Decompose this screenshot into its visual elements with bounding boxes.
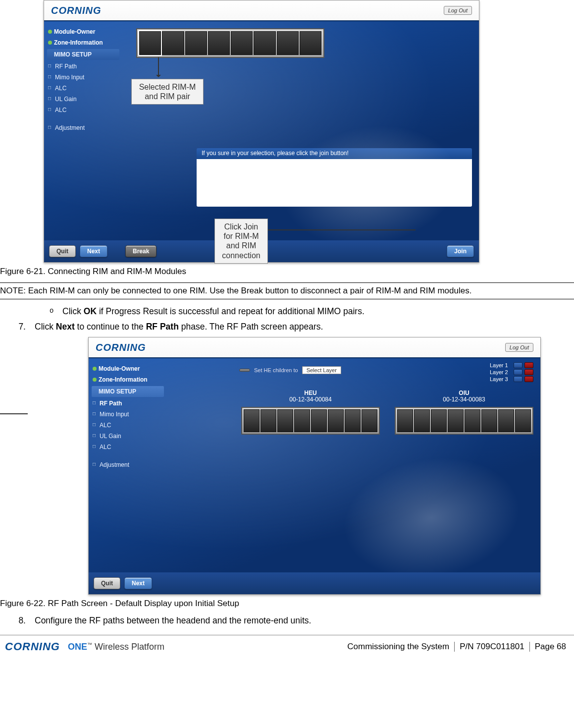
sidebar-zone-information[interactable]: Zone-Information xyxy=(47,37,119,48)
brand-logo: CORNING xyxy=(51,5,101,16)
quit-button[interactable]: Quit xyxy=(49,245,76,257)
separator-icon xyxy=(454,642,455,652)
footer-left: CORNING ONE™ Wireless Platform xyxy=(5,640,164,653)
chassis-slot[interactable] xyxy=(515,409,531,432)
unit-name: OIU xyxy=(459,390,469,396)
unit-id: 00-12-34-00083 xyxy=(443,396,485,403)
step-text: Configure the RF paths between the heade… xyxy=(35,616,311,626)
chassis-slot[interactable] xyxy=(397,409,413,432)
callout-line: for RIM-M xyxy=(223,232,259,240)
chassis-slot[interactable] xyxy=(448,409,464,432)
logout-button[interactable]: Log Out xyxy=(444,6,472,15)
bullet-marker: o xyxy=(46,306,53,317)
confirm-body xyxy=(197,159,472,207)
next-button[interactable]: Next xyxy=(80,245,107,257)
led-icon xyxy=(514,369,522,375)
chassis-slot[interactable] xyxy=(244,409,260,432)
chassis-slot[interactable] xyxy=(414,409,430,432)
layer-label: Layer 3 xyxy=(490,376,512,382)
callout-line: Selected RIM-M xyxy=(139,83,196,91)
topbar-label: Set HE children to xyxy=(254,367,298,373)
step-8: 8. Configure the RF paths between the he… xyxy=(18,616,574,626)
chassis-slot[interactable] xyxy=(185,31,207,55)
callout-line: Click Join xyxy=(224,223,258,231)
topbar: Set HE children to Select Layer xyxy=(239,364,533,376)
main-area: Set HE children to Select Layer Layer 1 … xyxy=(167,358,540,572)
chassis-slot[interactable] xyxy=(498,409,514,432)
layer-select[interactable]: Select Layer xyxy=(302,366,341,374)
sidebar-mimo-setup[interactable]: MIMO SETUP xyxy=(47,49,119,60)
chassis-oiu xyxy=(395,407,533,435)
figure-6-22: RF Path phase CORNING Log Out Module-Own… xyxy=(0,337,574,595)
break-button[interactable]: Break xyxy=(125,245,157,257)
sidebar-alc[interactable]: ALC xyxy=(47,83,119,94)
step-o-block: o Click OK if Progress Result is success… xyxy=(0,306,574,317)
next-button[interactable]: Next xyxy=(124,577,152,589)
layer-label: Layer 2 xyxy=(490,369,512,375)
chassis-slot[interactable] xyxy=(208,31,230,55)
sidebar-mimo-setup[interactable]: MIMO SETUP xyxy=(92,386,164,397)
step-number: 8. xyxy=(18,616,26,626)
sidebar-alc[interactable]: ALC xyxy=(92,420,164,431)
chassis-slot[interactable] xyxy=(345,409,361,432)
layer-label: Layer 1 xyxy=(490,362,512,368)
figure-caption-2: Figure 6-22. RF Path Screen - Default Di… xyxy=(0,599,574,609)
separator-icon xyxy=(529,642,530,652)
unit-id: 00-12-34-00084 xyxy=(289,396,331,403)
logout-button[interactable]: Log Out xyxy=(505,343,533,352)
brand-logo: CORNING xyxy=(96,342,146,353)
app-screenshot-1: CORNING Log Out Module-Owner Zone-Inform… xyxy=(44,0,479,263)
sidebar-ul-gain[interactable]: UL Gain xyxy=(47,94,119,105)
sidebar-rf-path[interactable]: RF Path xyxy=(92,398,164,409)
footer-platform-rest: Wireless Platform xyxy=(92,642,164,652)
chassis-slot[interactable] xyxy=(431,409,447,432)
chassis-slot-selected[interactable] xyxy=(139,31,161,55)
trademark-icon: ™ xyxy=(87,642,92,647)
text-bold: Next xyxy=(56,322,75,332)
app-header: CORNING Log Out xyxy=(89,337,540,358)
led-icon xyxy=(514,376,522,382)
quit-button[interactable]: Quit xyxy=(94,577,120,589)
chassis-slot[interactable] xyxy=(465,409,480,432)
footer-right: Commissioning the System P/N 709C011801 … xyxy=(347,642,566,652)
join-button[interactable]: Join xyxy=(447,245,474,257)
chassis-slot[interactable] xyxy=(277,409,293,432)
chassis-slot[interactable] xyxy=(277,31,299,55)
sidebar-mimo-input[interactable]: Mimo Input xyxy=(92,409,164,420)
sidebar-alc-2[interactable]: ALC xyxy=(92,442,164,452)
sidebar-rf-path[interactable]: RF Path xyxy=(47,61,119,72)
text-fragment: phase. The RF Path screen appears. xyxy=(179,322,323,332)
sidebar-module-owner[interactable]: Module-Owner xyxy=(47,26,119,37)
mini-button[interactable] xyxy=(239,369,250,372)
callout-line: and RIM pair xyxy=(145,92,190,101)
chassis-slot[interactable] xyxy=(481,409,497,432)
sidebar-adjustment[interactable]: Adjustment xyxy=(47,122,119,133)
chassis-slot[interactable] xyxy=(311,409,327,432)
led-icon xyxy=(524,376,533,382)
chassis-slot[interactable] xyxy=(362,409,377,432)
text-fragment: to continue to the xyxy=(75,322,146,332)
chassis-slot[interactable] xyxy=(328,409,344,432)
step-text: Click OK if Progress Result is successfu… xyxy=(62,306,365,317)
footer-platform: ONE™ Wireless Platform xyxy=(68,642,164,652)
figure-caption-1: Figure 6-21. Connecting RIM and RIM-M Mo… xyxy=(0,267,574,277)
text-fragment: if Progress Result is successful and rep… xyxy=(97,306,365,316)
sidebar-mimo-input[interactable]: Mimo Input xyxy=(47,72,119,83)
sidebar-zone-information[interactable]: Zone-Information xyxy=(92,374,164,385)
chassis-slot[interactable] xyxy=(231,31,253,55)
footer-section: Commissioning the System xyxy=(347,642,449,652)
sidebar-module-owner[interactable]: Module-Owner xyxy=(92,363,164,374)
sidebar: Module-Owner Zone-Information MIMO SETUP… xyxy=(44,21,122,240)
layer-row: Layer 2 xyxy=(490,369,533,375)
chassis-slot[interactable] xyxy=(294,409,310,432)
chassis-slot[interactable] xyxy=(254,31,275,55)
chassis-slot[interactable] xyxy=(261,409,276,432)
chassis-slot[interactable] xyxy=(300,31,321,55)
sidebar-alc-2[interactable]: ALC xyxy=(47,105,119,115)
callout-click-join: Click Join for RIM-M and RIM connection xyxy=(214,219,268,264)
app-screenshot-2: CORNING Log Out Module-Owner Zone-Inform… xyxy=(88,337,541,595)
chassis-slot[interactable] xyxy=(162,31,184,55)
led-icon xyxy=(524,369,533,375)
sidebar-adjustment[interactable]: Adjustment xyxy=(92,459,164,470)
sidebar-ul-gain[interactable]: UL Gain xyxy=(92,431,164,442)
